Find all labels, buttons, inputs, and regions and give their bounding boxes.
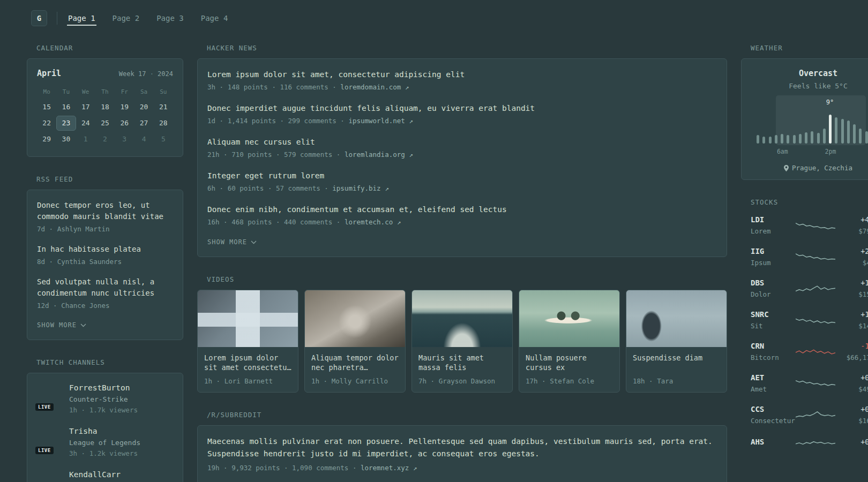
stock-change: +0.92% <box>835 373 868 383</box>
reddit-card: Maecenas mollis pulvinar erat non posuer… <box>197 425 727 482</box>
video-thumbnail[interactable] <box>626 290 727 347</box>
rss-item[interactable]: Sed volutpat nulla nisl, a condimentum n… <box>37 276 173 310</box>
hacker-news-title[interactable]: Lorem ipsum dolor sit amet, consectetur … <box>207 70 465 79</box>
rss-item[interactable]: In hac habitasse platea 8d · Cynthia Sau… <box>37 244 173 266</box>
tab-page-4[interactable]: Page 4 <box>200 11 229 26</box>
calendar-day-next-month: 5 <box>154 132 173 147</box>
weather-feels-like: Feels like 5°C <box>750 82 868 90</box>
video-card[interactable]: Suspendisse diam 18h · Tara <box>626 290 727 393</box>
rss-item-title[interactable]: Sed volutpat nulla nisl, a condimentum n… <box>37 276 173 299</box>
stock-row[interactable]: AETAmet +0.92%$499.72 <box>751 373 868 394</box>
calendar-weekday: Fr <box>115 86 134 99</box>
tab-page-1[interactable]: Page 1 <box>67 11 96 26</box>
weather-bar <box>787 135 789 144</box>
hacker-news-title[interactable]: Donec imperdiet augue tincidunt felis al… <box>207 104 535 112</box>
rss-item[interactable]: Donec tempor eros leo, ut commodo mauris… <box>37 200 173 234</box>
stock-row[interactable]: IIGIpsum +2.84%$42.04 <box>751 246 868 267</box>
weather-bar <box>799 134 802 144</box>
rss-item-title[interactable]: Donec tempor eros leo, ut commodo mauris… <box>37 200 173 222</box>
hacker-news-domain-link[interactable]: ipsumify.biz <box>332 184 380 192</box>
video-meta: 7h · Grayson Dawson <box>418 377 506 385</box>
stock-name: Sit <box>751 321 796 330</box>
hacker-news-domain-link[interactable]: loremtech.co <box>345 218 393 226</box>
rss-item-meta: 8d · Cynthia Saunders <box>37 257 173 266</box>
video-meta: 1h · Lori Barnett <box>204 377 291 385</box>
app-logo[interactable]: G <box>31 10 47 26</box>
meta-text: 16h · 468 points · 440 comments · <box>207 218 345 226</box>
stock-row[interactable]: DBSDolor +1.42%$156.28 <box>751 278 868 299</box>
stock-ticker: CRN <box>751 341 796 351</box>
hacker-news-meta: 16h · 468 points · 440 comments · loremt… <box>207 217 717 227</box>
hacker-news-section-title: Hacker News <box>207 44 727 52</box>
stock-sparkline <box>796 436 835 450</box>
reddit-post-title[interactable]: Maecenas mollis pulvinar erat non posuer… <box>207 437 713 458</box>
video-title[interactable]: Suspendisse diam <box>633 353 720 372</box>
twitch-channel-name[interactable]: Trisha <box>69 426 140 436</box>
stock-sparkline <box>796 376 835 390</box>
hacker-news-domain-link[interactable]: loremdomain.com <box>340 83 401 91</box>
video-thumbnail[interactable] <box>519 290 619 347</box>
hacker-news-meta: 6h · 60 points · 57 comments · ipsumify.… <box>207 184 717 193</box>
video-thumbnail[interactable] <box>305 290 405 347</box>
twitch-card: LIVE ForrestBurton Counter-Strike 1h · 1… <box>27 373 183 482</box>
calendar-day: 26 <box>115 116 134 131</box>
stock-name: Consectetur <box>751 416 796 425</box>
rss-item-meta: 12d · Chance Jones <box>37 301 173 310</box>
video-card[interactable]: Lorem ipsum dolor sit amet consectetu… 1… <box>197 290 298 393</box>
twitch-channel[interactable]: KendallCarr <box>37 470 173 482</box>
weather-location[interactable]: Prague, Czechia <box>750 164 868 172</box>
twitch-channel[interactable]: LIVE Trisha League of Legends 3h · 1.2k … <box>37 426 173 458</box>
stock-ticker: LDI <box>751 215 796 225</box>
hacker-news-title[interactable]: Aliquam nec cursus elit <box>207 138 315 146</box>
hacker-news-domain-link[interactable]: ipsumworld.net <box>348 117 405 125</box>
hacker-news-show-more-button[interactable]: Show more <box>207 237 257 247</box>
hacker-news-title[interactable]: Integer eget rutrum lorem <box>207 171 324 180</box>
stock-row[interactable]: CCSConsectetur +0.51%$165.84 <box>751 404 868 425</box>
video-thumbnail[interactable] <box>198 290 298 347</box>
rss-item-title[interactable]: In hac habitasse platea <box>37 244 173 255</box>
twitch-channel-name[interactable]: ForrestBurton <box>69 383 138 393</box>
tab-page-3[interactable]: Page 3 <box>155 11 185 26</box>
twitch-channel[interactable]: LIVE ForrestBurton Counter-Strike 1h · 1… <box>37 383 173 415</box>
reddit-domain-link[interactable]: loremnet.xyz <box>361 464 409 472</box>
stock-price: $66,171.48 <box>835 353 868 362</box>
stock-row[interactable]: AHS +0.46% <box>751 436 868 450</box>
calendar-weekday: Sa <box>134 86 153 99</box>
chevron-down-icon <box>80 323 86 327</box>
stock-ticker: DBS <box>751 278 796 288</box>
calendar-section-title: Calendar <box>36 44 183 52</box>
twitch-channel-name[interactable]: KendallCarr <box>69 470 121 480</box>
stocks-widget: Stocks LDILorem +4.35%$795.18 IIGIpsum +… <box>741 198 868 450</box>
weather-bar <box>853 124 856 144</box>
reddit-widget: /r/subreddit Maecenas mollis pulvinar er… <box>197 411 727 482</box>
video-card[interactable]: Nullam posuere cursus ex 17h · Stefan Co… <box>519 290 620 393</box>
hacker-news-title[interactable]: Donec enim nibh, condimentum et accumsan… <box>207 205 507 214</box>
calendar-grid: Mo Tu We Th Fr Sa Su 15 16 17 18 19 20 2… <box>37 86 173 147</box>
twitch-channel-game: Counter-Strike <box>69 394 138 404</box>
external-link-icon: ↗ <box>409 117 413 125</box>
meta-text: 6h · 60 points · 57 comments · <box>207 184 332 192</box>
tab-page-2[interactable]: Page 2 <box>111 11 141 26</box>
stock-change: +0.46% <box>835 437 868 447</box>
stock-row[interactable]: SNRCSit +1.36%$148.64 <box>751 310 868 330</box>
hacker-news-item: Donec enim nibh, condimentum et accumsan… <box>207 204 717 227</box>
video-title[interactable]: Lorem ipsum dolor sit amet consectetu… <box>204 353 291 372</box>
video-card[interactable]: Aliquam tempor dolor nec pharetra… 1h · … <box>304 290 406 393</box>
stock-row[interactable]: CRNBitcorn -1.00%$66,171.48 <box>751 341 868 362</box>
rss-show-more-button[interactable]: Show more <box>37 320 86 330</box>
twitch-channel-game: League of Legends <box>69 438 140 448</box>
video-title[interactable]: Mauris sit amet massa felis <box>418 353 506 372</box>
show-more-label: Show more <box>207 238 247 246</box>
page-tabs: Page 1 Page 2 Page 3 Page 4 <box>67 0 229 36</box>
calendar-day: 15 <box>37 100 56 115</box>
stock-sparkline <box>796 313 835 327</box>
stock-row[interactable]: LDILorem +4.35%$795.18 <box>751 215 868 236</box>
calendar-day: 20 <box>134 100 153 115</box>
video-card[interactable]: Mauris sit amet massa felis 7h · Grayson… <box>411 290 513 393</box>
stock-change: -1.00% <box>835 341 868 351</box>
video-title[interactable]: Nullam posuere cursus ex <box>526 353 613 372</box>
video-title[interactable]: Aliquam tempor dolor nec pharetra… <box>311 353 399 372</box>
hacker-news-domain-link[interactable]: loremlandia.org <box>345 150 405 159</box>
video-thumbnail[interactable] <box>412 290 512 347</box>
stock-name: Bitcorn <box>751 353 796 362</box>
